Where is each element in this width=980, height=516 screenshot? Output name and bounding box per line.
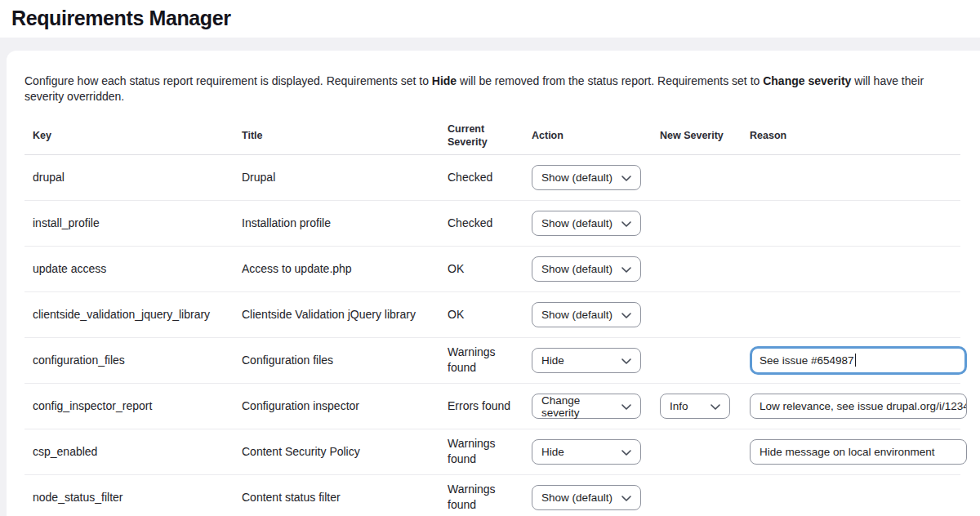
new-severity-select-value: Info bbox=[670, 400, 688, 412]
chevron-down-icon bbox=[617, 354, 631, 367]
cell-current-severity: Warnings found bbox=[448, 482, 532, 513]
cell-key: node_status_filter bbox=[24, 491, 242, 504]
header-title: Title bbox=[242, 129, 448, 142]
content-card: Configure how each status report require… bbox=[7, 51, 980, 516]
intro-part-1: Configure how each status report require… bbox=[24, 74, 432, 87]
action-select[interactable]: Show (default) bbox=[532, 211, 641, 236]
action-select[interactable]: Show (default) bbox=[532, 165, 641, 190]
table-row: config_inspector_report Configuration in… bbox=[24, 384, 960, 429]
intro-part-2: will be removed from the status report. … bbox=[457, 74, 763, 87]
table-row: update access Access to update.php OK Sh… bbox=[24, 247, 960, 292]
cell-title: Clientside Validation jQuery library bbox=[242, 308, 448, 321]
action-select[interactable]: Hide bbox=[532, 348, 641, 373]
reason-input[interactable]: Hide message on local environment bbox=[750, 439, 967, 465]
header-key: Key bbox=[24, 129, 242, 142]
action-select[interactable]: Show (default) bbox=[532, 302, 641, 327]
table-row: drupal Drupal Checked Show (default) bbox=[24, 155, 960, 201]
header-action: Action bbox=[532, 129, 660, 142]
cell-title: Configuration inspector bbox=[242, 399, 448, 412]
title-bar: Requirements Manager bbox=[0, 0, 980, 38]
header-current-severity: Current Severity bbox=[448, 122, 532, 149]
cell-current-severity: Warnings found bbox=[448, 436, 532, 467]
reason-input-value: Hide message on local environment bbox=[760, 446, 935, 458]
action-select-value: Change severity bbox=[541, 394, 617, 419]
table-header-row: Key Title Current Severity Action New Se… bbox=[24, 118, 960, 155]
intro-text: Configure how each status report require… bbox=[24, 73, 960, 105]
text-caret bbox=[855, 354, 857, 367]
chevron-down-icon bbox=[617, 171, 631, 184]
reason-input-value: Low relevance, see issue drupal.org/i/12… bbox=[760, 400, 967, 412]
chevron-down-icon bbox=[617, 492, 631, 504]
table-row: install_profile Installation profile Che… bbox=[24, 201, 960, 247]
action-select-value: Show (default) bbox=[541, 171, 612, 184]
new-severity-select[interactable]: Info bbox=[660, 394, 730, 419]
cell-key: csp_enabled bbox=[24, 445, 242, 458]
cell-key: install_profile bbox=[24, 216, 242, 229]
cell-key: configuration_files bbox=[24, 354, 242, 367]
action-select-value: Hide bbox=[541, 446, 564, 458]
cell-key: config_inspector_report bbox=[24, 399, 242, 412]
reason-input-value: See issue #654987 bbox=[760, 354, 854, 367]
cell-title: Content status filter bbox=[242, 491, 448, 504]
action-select-value: Show (default) bbox=[541, 217, 612, 229]
cell-key: update access bbox=[24, 262, 242, 275]
table-row: csp_enabled Content Security Policy Warn… bbox=[24, 429, 960, 475]
chevron-down-icon bbox=[706, 400, 720, 412]
cell-title: Content Security Policy bbox=[242, 445, 448, 458]
cell-title: Installation profile bbox=[242, 216, 448, 229]
reason-input[interactable]: See issue #654987 bbox=[750, 346, 967, 375]
header-new-severity: New Severity bbox=[660, 129, 750, 142]
cell-current-severity: OK bbox=[448, 261, 532, 277]
header-reason: Reason bbox=[750, 129, 960, 142]
action-select-value: Hide bbox=[541, 354, 564, 367]
cell-title: Configuration files bbox=[242, 354, 448, 367]
cell-title: Access to update.php bbox=[242, 262, 448, 275]
cell-title: Drupal bbox=[242, 171, 448, 184]
cell-key: clientside_validation_jquery_library bbox=[24, 308, 242, 321]
chevron-down-icon bbox=[617, 446, 631, 458]
reason-input[interactable]: Low relevance, see issue drupal.org/i/12… bbox=[750, 394, 967, 419]
action-select[interactable]: Show (default) bbox=[532, 256, 641, 282]
cell-current-severity: Warnings found bbox=[448, 345, 532, 376]
action-select[interactable]: Show (default) bbox=[532, 485, 641, 510]
table-row: clientside_validation_jquery_library Cli… bbox=[24, 292, 960, 338]
action-select[interactable]: Hide bbox=[532, 439, 641, 465]
cell-current-severity: Errors found bbox=[448, 398, 532, 414]
table-row: configuration_files Configuration files … bbox=[24, 338, 960, 384]
chevron-down-icon bbox=[617, 217, 631, 229]
chevron-down-icon bbox=[617, 309, 631, 321]
page-title: Requirements Manager bbox=[11, 7, 980, 30]
chevron-down-icon bbox=[617, 400, 631, 412]
intro-bold-change-severity: Change severity bbox=[763, 74, 851, 87]
cell-current-severity: Checked bbox=[448, 170, 532, 185]
action-select[interactable]: Change severity bbox=[532, 394, 641, 419]
action-select-value: Show (default) bbox=[541, 309, 612, 321]
chevron-down-icon bbox=[617, 263, 631, 275]
table-row: node_status_filter Content status filter… bbox=[24, 475, 960, 516]
action-select-value: Show (default) bbox=[541, 492, 612, 504]
cell-current-severity: Checked bbox=[448, 216, 532, 231]
cell-current-severity: OK bbox=[448, 307, 532, 322]
cell-key: drupal bbox=[24, 171, 242, 184]
action-select-value: Show (default) bbox=[541, 263, 612, 275]
intro-bold-hide: Hide bbox=[432, 74, 457, 87]
